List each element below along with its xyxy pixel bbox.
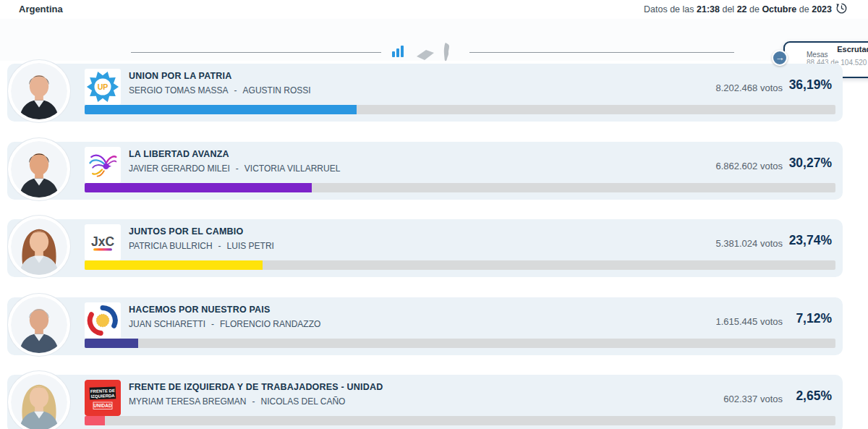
vote-percentage: 23,74% [789,233,832,248]
svg-text:UP: UP [98,82,109,91]
votes-count: 5.381.024 votos [715,238,783,249]
tab-results-chart[interactable] [391,45,404,60]
top-header: Argentina Datos de las 21:38 del 22 de O… [0,0,868,20]
candidate-vice: AGUSTIN ROSSI [243,85,311,95]
vote-bar-track [85,105,835,114]
arrow-right-icon: → [775,52,785,63]
ballot-box-icon [417,53,434,64]
vote-percentage: 36,19% [789,77,832,93]
candidates-separator: - [234,85,237,95]
result-row: HACEMOS POR NUESTRO PAIS JUAN SCHIARETTI… [7,297,843,355]
candidate-president: JUAN SCHIARETTI [129,319,205,329]
votes-count: 1.615.445 votos [715,316,783,327]
party-name: FRENTE DE IZQUIERDA Y DE TRABAJADORES - … [129,382,383,392]
candidates-separator: - [211,319,214,329]
vote-bar-track [85,183,835,192]
candidate-names: JUAN SCHIARETTI-FLORENCIO RANDAZZO [129,319,320,329]
candidate-vice: LUIS PETRI [227,241,274,251]
result-row: FRENTE DE IZQUIERDA UNIDAD FRENTE DE IZQ… [7,375,843,429]
tabs-divider-left [131,52,381,53]
candidates-separator: - [218,241,221,251]
candidate-president: SERGIO TOMAS MASSA [129,85,229,95]
party-logo-icon: UP [85,69,121,105]
vote-bar-fill [85,260,263,270]
candidates-separator: - [252,396,255,407]
result-row: JxC JUNTOS POR EL CAMBIO PATRICIA BULLRI… [7,219,843,277]
vote-bar-fill [85,416,105,425]
data-timestamp: Datos de las 21:38 del 22 de Octubre de … [644,4,832,14]
region-label: Argentina [19,4,63,14]
result-row: LA LIBERTAD AVANZA JAVIER GERARDO MILEI-… [7,142,843,200]
vote-bar-track [85,260,835,270]
candidate-photo [8,138,70,200]
party-name: LA LIBERTAD AVANZA [129,149,229,159]
party-logo-icon: FRENTE DE IZQUIERDA UNIDAD [85,380,121,416]
candidate-photo [8,60,70,122]
tab-map-view[interactable] [441,43,451,64]
candidate-vice: VICTORIA VILLARRUEL [244,163,341,174]
candidate-vice: FLORENCIO RANDAZZO [220,319,320,329]
svg-text:JxC: JxC [91,234,114,249]
candidate-names: SERGIO TOMAS MASSA-AGUSTIN ROSSI [129,85,311,95]
candidate-names: PATRICIA BULLRICH-LUIS PETRI [129,241,274,251]
vote-percentage: 7,12% [796,311,832,326]
candidate-president: PATRICIA BULLRICH [129,241,213,251]
party-logo-icon: JxC [85,224,121,260]
candidate-president: JAVIER GERARDO MILEI [129,163,230,174]
candidate-president: MYRIAM TERESA BREGMAN [129,396,246,407]
tabs-divider-right [469,52,734,53]
candidate-photo [8,371,70,429]
vote-bar-fill [85,339,138,348]
result-row: UP UNION POR LA PATRIA SERGIO TOMAS MASS… [7,64,843,122]
svg-text:IZQUIERDA: IZQUIERDA [91,394,116,399]
candidate-names: JAVIER GERARDO MILEI-VICTORIA VILLARRUEL [129,163,340,174]
candidate-vice: NICOLAS DEL CAÑO [260,396,345,407]
votes-count: 602.337 votos [723,394,783,404]
candidate-photo [8,216,70,278]
vote-percentage: 30,27% [789,156,832,171]
vote-bar-fill [85,105,357,114]
party-name: UNION POR LA PATRIA [129,71,231,81]
view-tabs-bar: Escrutado Mesas 88.443 de 104.520 84,60%… [0,19,868,61]
votes-count: 8.202.468 votos [715,82,783,93]
party-logo-icon [85,147,121,183]
party-logo-icon [85,302,121,339]
party-name: JUNTOS POR EL CAMBIO [129,226,243,237]
party-name: HACEMOS POR NUESTRO PAIS [129,305,271,315]
candidate-names: MYRIAM TERESA BREGMAN-NICOLAS DEL CAÑO [129,396,345,407]
vote-bar-track [85,416,835,425]
scrutiny-toggle-button[interactable]: → [772,50,788,66]
vote-bar-fill [85,183,312,192]
vote-bar-track [85,339,835,348]
argentina-map-icon [441,53,451,64]
bar-chart-icon [391,49,404,60]
votes-count: 6.862.602 votos [715,161,783,171]
candidates-separator: - [236,163,239,174]
svg-text:FRENTE DE: FRENTE DE [90,388,115,394]
svg-text:UNIDAD: UNIDAD [93,403,112,408]
vote-percentage: 2,65% [796,388,832,404]
clock-refresh-icon[interactable] [835,2,848,14]
tab-ballot-view[interactable] [417,47,434,64]
candidate-photo [8,294,70,356]
